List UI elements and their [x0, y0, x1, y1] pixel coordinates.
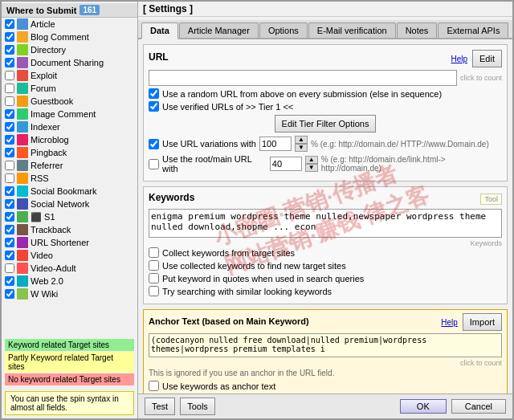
- anchor-section: Anchor Text (based on Main Keyword) Help…: [143, 309, 508, 393]
- video-adult-label: Video-Adult: [31, 263, 76, 273]
- similar-checkbox[interactable]: [149, 286, 159, 296]
- forum-checkbox[interactable]: [5, 84, 14, 93]
- list-item-micro[interactable]: Microblog: [2, 133, 137, 146]
- random-url-checkbox[interactable]: [149, 88, 159, 99]
- url-input[interactable]: [149, 70, 457, 86]
- tools-button[interactable]: Tools: [180, 398, 215, 415]
- web2-checkbox[interactable]: [5, 276, 14, 286]
- test-button[interactable]: Test: [145, 398, 175, 415]
- list-item-pingback[interactable]: Pingback: [2, 146, 137, 159]
- video-checkbox[interactable]: [5, 251, 14, 260]
- keywords-click-to-count[interactable]: Keywords: [149, 239, 502, 247]
- article-checkbox[interactable]: [5, 19, 14, 29]
- quotes-checkbox[interactable]: [149, 273, 159, 283]
- anchor-input[interactable]: (codecanyon nulled free download|nulled …: [149, 333, 502, 357]
- exploit-checkbox[interactable]: [5, 71, 14, 80]
- guestbook-checkbox[interactable]: [5, 96, 14, 106]
- root-url-down[interactable]: ▼: [305, 164, 318, 172]
- social-nw-checkbox[interactable]: [5, 199, 14, 209]
- list-item-indexer[interactable]: Indexer: [2, 120, 137, 133]
- url-click-to-count[interactable]: click to count: [460, 74, 502, 82]
- rss-checkbox[interactable]: [5, 173, 14, 183]
- url-variations-up[interactable]: ▲: [295, 136, 308, 144]
- list-item-web2[interactable]: Web 2.0: [2, 275, 137, 287]
- url-variations-checkbox[interactable]: [149, 139, 159, 149]
- list-item-image[interactable]: Image Comment: [2, 108, 137, 120]
- list-item-wiki[interactable]: W Wiki: [2, 287, 137, 300]
- tab-external[interactable]: External APIs: [438, 22, 508, 38]
- trackback-label: Trackback: [31, 225, 71, 234]
- list-item-guestbook[interactable]: Guestbook: [2, 95, 137, 108]
- indexer-icon: [17, 121, 28, 133]
- indexer-label: Indexer: [31, 122, 60, 132]
- tab-article-manager[interactable]: Article Manager: [179, 22, 259, 38]
- video-adult-checkbox[interactable]: [5, 263, 14, 273]
- tab-bar: Data Article Manager Options E-Mail veri…: [138, 20, 512, 39]
- random-url-label: Use a random URL from above on every sub…: [162, 89, 442, 99]
- dir-checkbox[interactable]: [5, 45, 14, 55]
- anchor-help-link[interactable]: Help: [441, 318, 458, 327]
- root-url-label: Use the root/main URL with: [162, 154, 267, 173]
- collect-keywords-checkbox[interactable]: [149, 247, 159, 258]
- list-item-url[interactable]: URL Shortener: [2, 236, 137, 249]
- list-item-rss[interactable]: RSS: [2, 172, 137, 185]
- url-shortener-checkbox[interactable]: [5, 238, 14, 247]
- anchor-note: This is ignored if you use an anchor in …: [149, 369, 502, 377]
- list-item-trackback[interactable]: Trackback: [2, 223, 137, 236]
- tab-options[interactable]: Options: [259, 22, 308, 38]
- referrer-checkbox[interactable]: [5, 161, 14, 170]
- filter-options-button[interactable]: Edit Tier Filter Options: [275, 115, 377, 133]
- url-edit-button[interactable]: Edit: [472, 50, 502, 67]
- keywords-input[interactable]: enigma premium wordpress theme nulled,ne…: [149, 209, 502, 238]
- list-item-dir[interactable]: Directory: [2, 43, 137, 56]
- url-help-link[interactable]: Help: [451, 55, 467, 63]
- doc-checkbox[interactable]: [5, 58, 14, 67]
- list-item-doc[interactable]: Document Sharing: [2, 56, 137, 69]
- indexer-checkbox[interactable]: [5, 122, 14, 132]
- image-checkbox[interactable]: [5, 109, 14, 119]
- list-item-s1[interactable]: ⬛ S1: [2, 210, 137, 223]
- trackback-checkbox[interactable]: [5, 225, 14, 234]
- video-icon: [17, 250, 28, 261]
- submission-count-badge: 161: [80, 5, 100, 15]
- tab-notes[interactable]: Notes: [397, 22, 438, 38]
- use-collected-checkbox[interactable]: [149, 260, 159, 271]
- article-label: Article: [31, 19, 55, 29]
- social-bk-checkbox[interactable]: [5, 186, 14, 196]
- anchor-click-to-count[interactable]: click to count: [149, 359, 502, 367]
- list-item-video-adult[interactable]: Video-Adult: [2, 262, 137, 275]
- root-url-up[interactable]: ▲: [305, 156, 318, 164]
- anchor-import-button[interactable]: Import: [463, 313, 502, 331]
- root-url-input[interactable]: [270, 157, 302, 171]
- wiki-icon: [17, 288, 28, 300]
- list-item-video[interactable]: Video: [2, 249, 137, 262]
- list-item-exploit[interactable]: Exploit: [2, 69, 137, 82]
- list-item-social-nw[interactable]: Social Network: [2, 198, 137, 210]
- legend-green: Keyword related Target sites: [5, 339, 134, 351]
- verified-url-checkbox[interactable]: [149, 101, 159, 112]
- list-item-social-bk[interactable]: Social Bookmark: [2, 185, 137, 198]
- url-section-title: URL: [149, 51, 169, 63]
- list-item-referrer[interactable]: Referrer: [2, 159, 137, 172]
- list-item-article[interactable]: Article: [2, 18, 137, 31]
- blog-checkbox[interactable]: [5, 32, 14, 42]
- cancel-button[interactable]: Cancel: [451, 399, 506, 414]
- wiki-checkbox[interactable]: [5, 289, 14, 299]
- social-nw-label: Social Network: [31, 199, 89, 209]
- ok-button[interactable]: OK: [400, 399, 447, 414]
- pingback-checkbox[interactable]: [5, 148, 14, 157]
- url-section: URL Help Edit click to count Use a rando…: [143, 44, 508, 181]
- list-item-forum[interactable]: Forum: [2, 82, 137, 95]
- legend: Keyword related Target sites Partly Keyw…: [2, 336, 137, 389]
- list-item-blog[interactable]: Blog Comment: [2, 31, 137, 43]
- s1-checkbox[interactable]: [5, 212, 14, 222]
- micro-checkbox[interactable]: [5, 135, 14, 145]
- footer-left: Test Tools: [145, 398, 215, 415]
- use-keywords-anchor-checkbox[interactable]: [149, 381, 159, 391]
- url-variations-input[interactable]: [259, 137, 292, 151]
- tab-email[interactable]: E-Mail verification: [308, 22, 396, 38]
- url-variations-down[interactable]: ▼: [295, 144, 308, 152]
- tab-data[interactable]: Data: [141, 22, 178, 39]
- micro-label: Microblog: [31, 135, 69, 145]
- root-url-checkbox[interactable]: [149, 159, 159, 169]
